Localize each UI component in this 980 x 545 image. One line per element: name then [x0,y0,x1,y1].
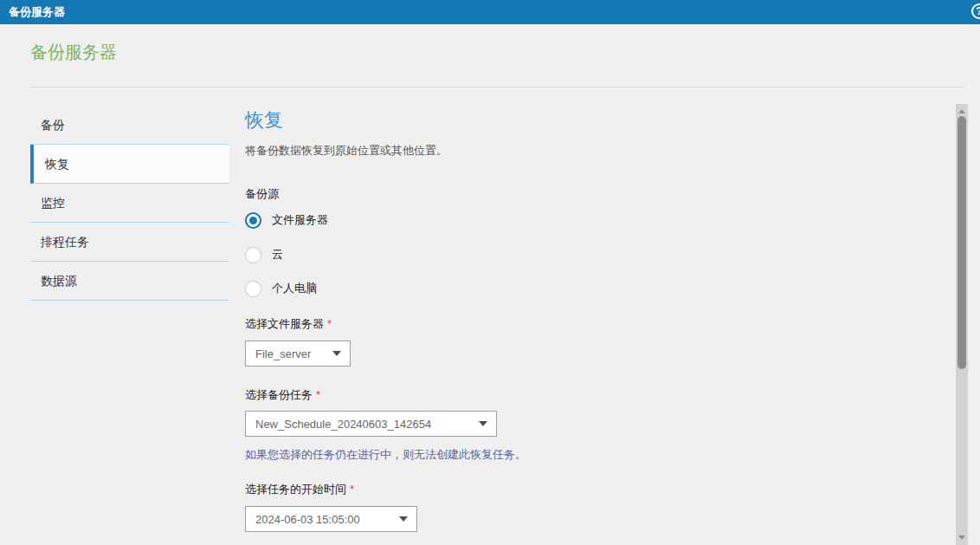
chevron-down-icon [479,421,487,426]
radio-button[interactable] [245,247,261,263]
radio-dot [249,251,257,259]
screen: { "titlebar": { "title": "备份服务器", "help_… [0,0,980,545]
page-title: 备份服务器 [30,41,117,64]
radio-label: 个人电脑 [272,281,317,296]
radio-button[interactable] [245,281,261,297]
backup-task-select-label: 选择备份任务* [245,387,320,403]
content-panel: 恢复 将备份数据恢复到原始位置或其他位置。 备份源 文件服务器 云 个人电脑 选… [245,0,851,545]
backup-source-label: 备份源 [245,186,279,202]
help-icon[interactable]: ? [971,3,980,19]
scroll-down-arrow-icon[interactable] [958,535,965,540]
radio-label: 文件服务器 [272,212,328,228]
scroll-up-arrow-icon[interactable] [958,109,965,114]
file-server-select-label: 选择文件服务器* [245,316,332,332]
file-server-select[interactable]: File_server [245,341,351,367]
required-mark: * [327,317,332,330]
label-text: 选择备份任务 [245,388,313,401]
label-text: 选择任务的开始时间 [245,483,346,496]
select-value: New_Schedule_20240603_142654 [255,418,431,431]
chevron-down-icon [399,516,408,522]
sidebar-item-backup[interactable]: 备份 [30,106,229,145]
label-text: 选择文件服务器 [245,317,324,330]
sidebar-item-monitor[interactable]: 监控 [30,184,229,223]
section-title: 恢复 [245,107,283,133]
sidebar-item-restore[interactable]: 恢复 [30,145,229,184]
section-description: 将备份数据恢复到原始位置或其他位置。 [245,143,448,159]
chevron-down-icon [332,351,341,356]
select-value: File_server [255,347,311,360]
radio-button-checked[interactable] [245,212,261,229]
required-mark: * [350,483,354,496]
start-time-select[interactable]: 2024-06-03 15:05:00 [245,506,417,532]
radio-dot [249,285,257,293]
radio-option-file-server[interactable]: 文件服务器 [245,211,328,229]
task-in-progress-note: 如果您选择的任务仍在进行中，则无法创建此恢复任务。 [245,447,526,463]
start-time-select-label: 选择任务的开始时间* [245,482,354,497]
scrollbar-thumb[interactable] [957,116,966,369]
radio-option-personal-computer[interactable]: 个人电脑 [245,280,317,297]
window-title: 备份服务器 [9,0,65,24]
required-mark: * [316,388,320,401]
sidebar: 备份 恢复 监控 排程任务 数据源 [30,106,229,301]
radio-dot [249,217,257,224]
radio-option-cloud[interactable]: 云 [245,246,283,263]
sidebar-item-scheduled-tasks[interactable]: 排程任务 [30,223,229,262]
select-value: 2024-06-03 15:05:00 [255,513,360,526]
sidebar-item-data-source[interactable]: 数据源 [30,262,229,301]
scrollbar[interactable] [956,104,968,545]
backup-task-select[interactable]: New_Schedule_20240603_142654 [245,411,497,437]
radio-label: 云 [272,247,283,263]
